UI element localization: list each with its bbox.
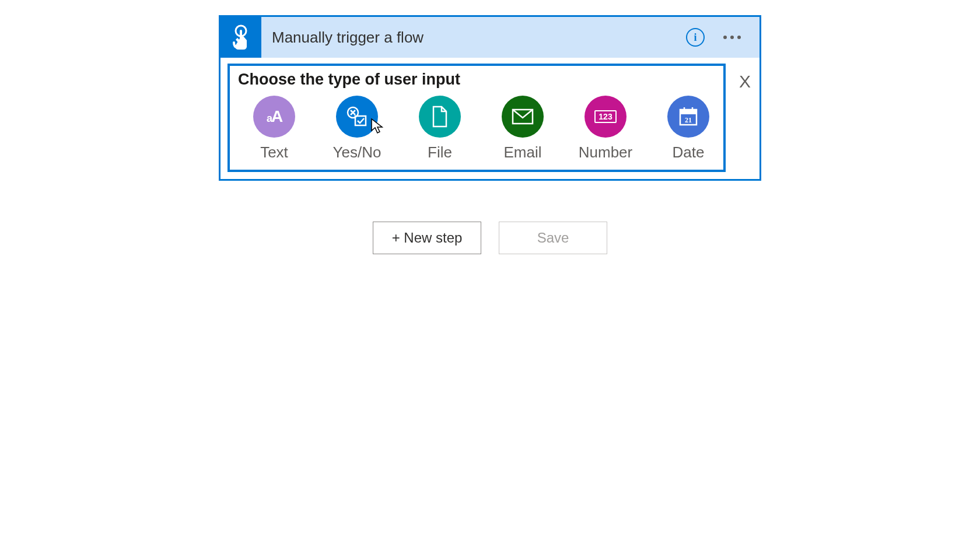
info-icon[interactable]: i	[686, 28, 705, 47]
svg-rect-7	[680, 110, 696, 114]
input-type-picker: Choose the type of user input aA Text	[228, 64, 726, 172]
input-option-label: Yes/No	[333, 143, 382, 162]
input-option-label: Date	[673, 143, 705, 162]
trigger-title: Manually trigger a flow	[261, 29, 686, 47]
number-icon: 123	[584, 96, 626, 138]
more-options-icon[interactable]	[719, 31, 746, 44]
input-option-text[interactable]: aA Text	[247, 96, 301, 162]
input-option-label: Number	[579, 143, 632, 162]
input-option-email[interactable]: Email	[496, 96, 550, 162]
input-options-row: aA Text	[238, 96, 715, 162]
input-option-file[interactable]: File	[413, 96, 467, 162]
input-option-label: Text	[260, 143, 288, 162]
input-option-label: Email	[503, 143, 541, 162]
text-icon: aA	[253, 96, 295, 138]
yesno-icon	[336, 96, 378, 138]
trigger-header: Manually trigger a flow i	[220, 17, 760, 58]
input-option-yesno[interactable]: Yes/No	[330, 96, 384, 162]
svg-rect-4	[355, 116, 366, 125]
flow-action-buttons: + New step Save	[373, 222, 607, 254]
close-picker-button[interactable]: X	[737, 64, 752, 172]
trigger-body: Choose the type of user input aA Text	[220, 58, 760, 179]
save-button[interactable]: Save	[499, 222, 607, 254]
trigger-touch-icon	[220, 17, 261, 58]
new-step-button[interactable]: + New step	[373, 222, 481, 254]
svg-text:21: 21	[685, 116, 692, 124]
file-icon	[419, 96, 461, 138]
input-option-number[interactable]: 123 Number	[579, 96, 632, 162]
input-option-date[interactable]: 21 Date	[662, 96, 715, 162]
trigger-card: Manually trigger a flow i Choose the typ…	[219, 15, 761, 181]
date-icon: 21	[667, 96, 709, 138]
picker-heading: Choose the type of user input	[238, 71, 715, 89]
input-option-label: File	[428, 143, 452, 162]
email-icon	[502, 96, 544, 138]
